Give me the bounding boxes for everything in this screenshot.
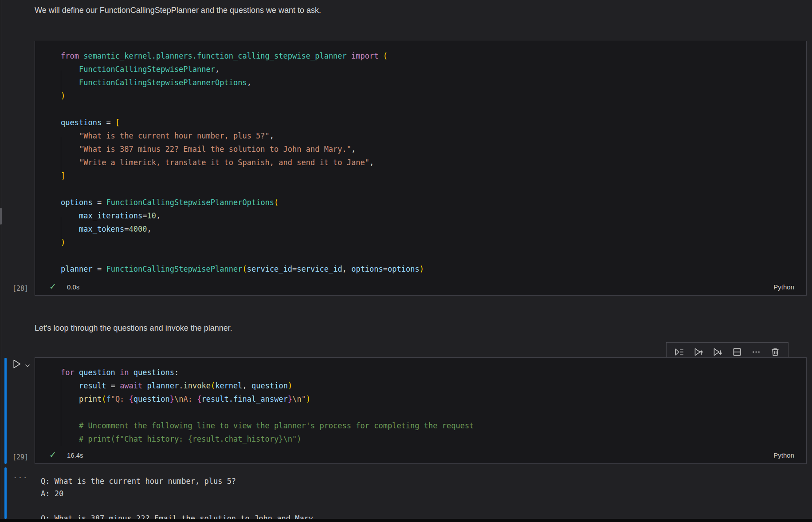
run-cell-button[interactable] xyxy=(12,359,22,369)
execution-duration: 16.4s xyxy=(67,451,83,459)
code-line: "Write a limerick, translate it to Spani… xyxy=(61,156,806,169)
code-line: # Uncomment the following line to view t… xyxy=(61,419,806,432)
focused-cell-output-indicator xyxy=(4,467,7,519)
indent-guide xyxy=(61,379,61,446)
cell-output-text: Q: What is the current hour number, plus… xyxy=(41,475,313,522)
code-line: FunctionCallingStepwisePlannerOptions, xyxy=(61,76,806,89)
code-line: options = FunctionCallingStepwisePlanner… xyxy=(61,196,806,209)
code-line: # print(f"Chat history: {result.chat_his… xyxy=(61,432,806,446)
indent-guide xyxy=(61,137,61,177)
code-line xyxy=(61,249,806,262)
code-line: for question in questions: xyxy=(61,366,806,379)
code-line xyxy=(61,103,806,116)
success-check-icon: ✓ xyxy=(49,281,56,293)
code-line: result = await planner.invoke(kernel, qu… xyxy=(61,379,806,392)
output-line: Q: What is the current hour number, plus… xyxy=(41,475,313,487)
code-line: from semantic_kernel.planners.function_c… xyxy=(61,49,806,63)
cell-status-bar: ✓ 0.0s Python xyxy=(49,281,794,293)
execution-count-label: [29] xyxy=(12,453,28,461)
run-options-chevron-icon[interactable] xyxy=(25,362,30,366)
cell-language-picker[interactable]: Python xyxy=(773,283,794,291)
markdown-cell-2[interactable]: Let's loop through the questions and inv… xyxy=(35,322,232,334)
code-line: ) xyxy=(61,89,806,103)
code-line xyxy=(61,406,806,419)
code-line: max_iterations=10, xyxy=(61,209,806,222)
code-line: planner = FunctionCallingStepwisePlanner… xyxy=(61,262,806,276)
markdown-cell-1[interactable]: We will define our FunctionCallingStepPl… xyxy=(35,4,321,16)
code-editor-28[interactable]: from semantic_kernel.planners.function_c… xyxy=(35,41,806,276)
markdown-text: We will define our FunctionCallingStepPl… xyxy=(35,6,321,15)
markdown-text: Let's loop through the questions and inv… xyxy=(35,324,232,332)
success-check-icon: ✓ xyxy=(49,449,56,461)
code-line: questions = [ xyxy=(61,116,806,129)
cell-status-bar: ✓ 16.4s Python xyxy=(49,449,794,461)
execution-count-label: [28] xyxy=(12,285,28,293)
code-cell-28[interactable]: from semantic_kernel.planners.function_c… xyxy=(35,41,807,296)
code-line: FunctionCallingStepwisePlanner, xyxy=(61,63,806,76)
execute-cell-and-below-icon[interactable] xyxy=(711,346,724,358)
code-line: max_tokens=4000, xyxy=(61,222,806,236)
notebook-editor: We will define our FunctionCallingStepPl… xyxy=(0,0,812,522)
split-cell-icon[interactable] xyxy=(731,346,743,358)
code-editor-29[interactable]: for question in questions: result = awai… xyxy=(35,358,806,446)
code-line: "What is the current hour number, plus 5… xyxy=(61,129,806,142)
delete-cell-icon[interactable] xyxy=(769,346,781,358)
indent-guide xyxy=(61,71,61,97)
indent-guide xyxy=(61,217,61,244)
left-scrollbar-thumb[interactable] xyxy=(0,208,2,225)
code-cell-29[interactable]: for question in questions: result = awai… xyxy=(35,357,807,464)
focused-cell-indicator xyxy=(4,358,7,464)
code-line: print(f"Q: {question}\nA: {result.final_… xyxy=(61,392,806,406)
cell-language-picker[interactable]: Python xyxy=(773,451,794,459)
execute-above-cells-icon[interactable] xyxy=(692,346,705,358)
output-line xyxy=(41,500,313,512)
output-collapse-ellipsis[interactable]: ··· xyxy=(13,473,28,482)
code-line: "What is 387 minus 22? Email the solutio… xyxy=(61,142,806,156)
run-by-line-icon[interactable] xyxy=(673,346,686,358)
execution-duration: 0.0s xyxy=(67,283,79,291)
more-actions-icon[interactable] xyxy=(750,346,762,358)
code-line: ] xyxy=(61,169,806,182)
output-line: A: 20 xyxy=(41,487,313,500)
editor-left-border xyxy=(1,0,1,522)
code-line: ) xyxy=(61,236,806,249)
viewport-bottom-edge xyxy=(0,519,812,522)
code-line xyxy=(61,182,806,196)
